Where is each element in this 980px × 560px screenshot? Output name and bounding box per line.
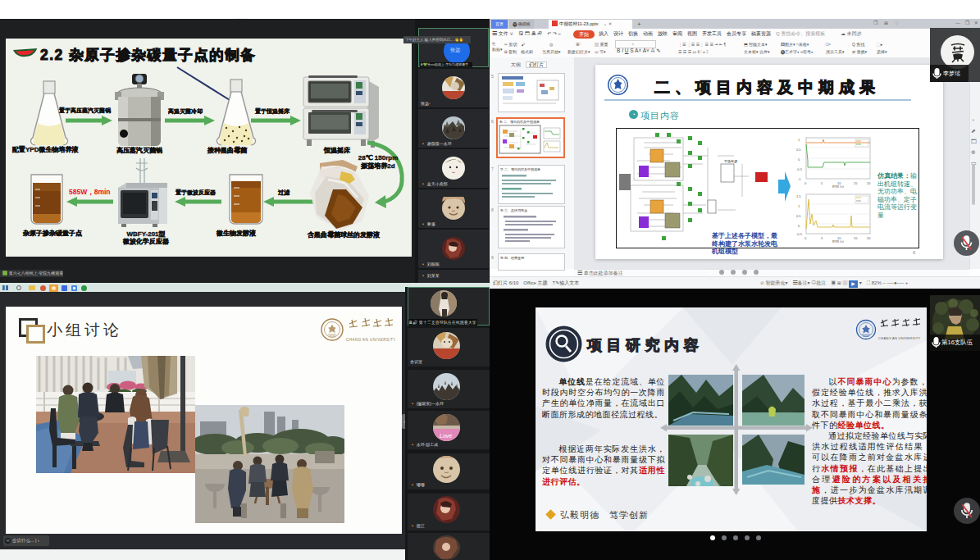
svg-text:15: 15 [854, 236, 858, 240]
svg-text:-0.5: -0.5 [796, 167, 803, 171]
svg-text:平衡电源: 平衡电源 [724, 159, 737, 164]
svg-text:1.5: 1.5 [796, 194, 801, 198]
svg-text:0.5: 0.5 [796, 214, 801, 218]
svg-text:Love: Love [440, 433, 452, 439]
svg-text:CHANG'AN UNIVERSITY: CHANG'AN UNIVERSITY [878, 336, 921, 340]
svg-text:时间 (s): 时间 (s) [832, 239, 844, 243]
svg-text:20: 20 [867, 236, 871, 240]
svg-text:0.5: 0.5 [796, 148, 801, 152]
svg-text:时间 (s): 时间 (s) [832, 184, 844, 188]
svg-text:20: 20 [867, 181, 871, 185]
svg-text:15: 15 [854, 181, 858, 185]
svg-text:CHANG'AN UNIVERSITY: CHANG'AN UNIVERSITY [346, 338, 395, 342]
svg-text:-0.5: -0.5 [796, 232, 803, 236]
